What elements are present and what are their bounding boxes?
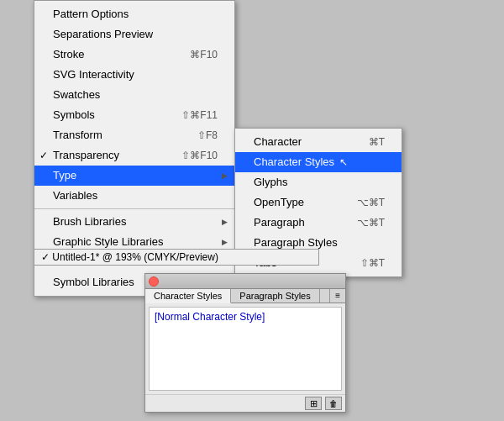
menu-item-separations-preview[interactable]: Separations Preview xyxy=(34,24,234,45)
panel-list-item-normal[interactable]: [Normal Character Style] xyxy=(151,309,339,324)
submenu-item-opentype[interactable]: OpenType ⌥⌘T xyxy=(235,192,402,213)
status-bar: ✓ Untitled-1* @ 193% (CMYK/Preview) xyxy=(34,249,319,266)
menu-item-transparency[interactable]: Transparency ⇧⌘F10 xyxy=(34,145,234,166)
panel-footer: ⊞ 🗑 xyxy=(145,394,345,412)
character-styles-panel: Character Styles Paragraph Styles ≡ [Nor… xyxy=(144,273,346,413)
menu-item-svg-interactivity[interactable]: SVG Interactivity xyxy=(34,65,234,85)
menu-item-stroke[interactable]: Stroke ⌘F10 xyxy=(34,45,234,65)
cursor-indicator: ↖ xyxy=(339,154,348,171)
menu-item-transform[interactable]: Transform ⇧F8 xyxy=(34,125,234,145)
menu-item-variables[interactable]: Variables xyxy=(34,186,234,206)
menu-item-type[interactable]: Type xyxy=(34,166,234,186)
submenu-item-glyphs[interactable]: Glyphs xyxy=(235,172,402,192)
panel-content: [Normal Character Style] xyxy=(149,307,342,391)
panel-close-button[interactable] xyxy=(149,276,159,287)
submenu-item-character[interactable]: Character ⌘T xyxy=(235,132,402,152)
tab-paragraph-styles[interactable]: Paragraph Styles xyxy=(231,289,319,303)
submenu-item-character-styles[interactable]: Character Styles ↖ xyxy=(235,152,402,172)
panel-menu-button[interactable]: ≡ xyxy=(329,289,345,303)
panel-tabs: Character Styles Paragraph Styles ≡ xyxy=(145,289,345,303)
new-style-button[interactable]: ⊞ xyxy=(305,397,322,410)
menu-item-pattern-options[interactable]: Pattern Options xyxy=(34,4,234,24)
tab-character-styles[interactable]: Character Styles xyxy=(145,289,231,303)
menu-separator-1 xyxy=(34,208,234,209)
delete-style-button[interactable]: 🗑 xyxy=(325,397,342,410)
menu-item-brush-libraries[interactable]: Brush Libraries xyxy=(34,212,234,232)
menu-item-symbols[interactable]: Symbols ⇧⌘F11 xyxy=(34,105,234,125)
panel-titlebar xyxy=(145,274,345,289)
submenu-item-paragraph[interactable]: Paragraph ⌥⌘T xyxy=(235,213,402,233)
menu-item-swatches[interactable]: Swatches xyxy=(34,85,234,105)
